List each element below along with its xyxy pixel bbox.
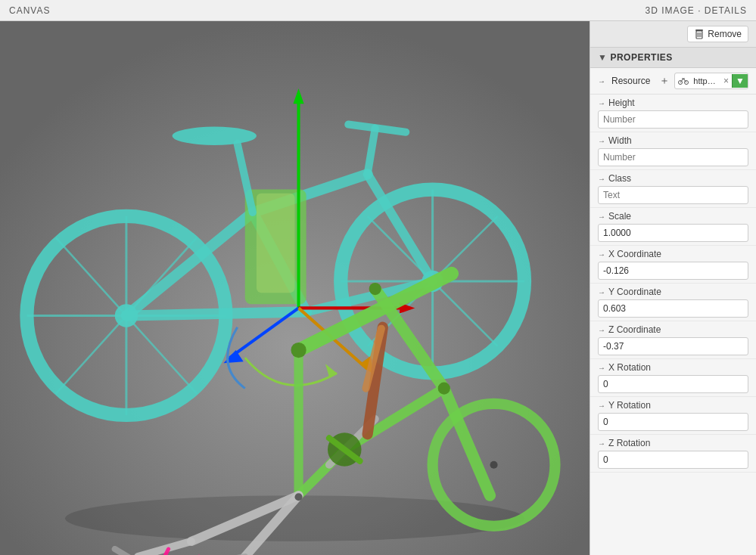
svg-line-36 [126,312,306,315]
prop-row-y-coordinate: →Y Coordinate [590,284,756,321]
main-content: https://www.cannondale.com/~/media/Image… [0,21,756,555]
prop-arrow-y-coordinate: → [598,288,605,296]
prop-row-x-coordinate: →X Coordinate [590,246,756,284]
prop-label-text-x-rotation: X Rotation [608,362,651,373]
svg-point-41 [173,127,257,145]
resource-arrow-icon: → [598,77,605,85]
prop-input-width[interactable] [598,148,748,166]
resource-url: https://www.cannondale... [692,75,720,87]
prop-label-x-coordinate: →X Coordinate [598,249,748,259]
prop-input-x-coordinate[interactable] [598,262,748,280]
prop-row-height: →Height [590,95,756,132]
prop-input-class[interactable] [598,186,748,204]
prop-label-z-rotation: →Z Rotation [598,438,748,448]
prop-row-x-rotation: →X Rotation [590,359,756,397]
prop-label-scale: →Scale [598,211,748,222]
prop-label-class: →Class [598,173,748,184]
resource-input-wrap: https://www.cannondale... × ▼ [674,73,748,89]
svg-rect-39 [257,194,295,293]
prop-row-scale: →Scale [590,208,756,246]
prop-arrow-class: → [598,175,605,183]
prop-arrow-x-rotation: → [598,364,605,372]
resource-label: Resource [611,76,650,86]
prop-label-text-x-coordinate: X Coordinate [608,249,661,259]
right-panel: Remove ▼ PROPERTIES → Resource ＋ [590,21,756,555]
prop-label-height: →Height [598,98,748,108]
prop-arrow-height: → [598,99,605,107]
prop-arrow-x-coordinate: → [598,250,605,259]
prop-label-y-rotation: →Y Rotation [598,400,748,411]
properties-arrow-icon: ▼ [598,52,607,63]
canvas-label: CANVAS [9,5,50,16]
prop-row-class: →Class [590,170,756,208]
svg-point-68 [369,283,381,295]
prop-arrow-scale: → [598,212,605,221]
resource-dropdown-button[interactable]: ▼ [732,74,748,88]
properties-fields: →Height→Width→Class→Scale→X Coordinate→Y… [590,95,756,473]
prop-label-text-scale: Scale [608,211,631,222]
prop-input-y-rotation[interactable] [598,413,748,431]
prop-label-z-coordinate: →Z Coordinate [598,324,748,335]
remove-label: Remove [708,29,742,39]
prop-label-text-class: Class [608,173,631,184]
prop-label-text-z-coordinate: Z Coordinate [608,324,661,335]
remove-button[interactable]: Remove [687,26,748,42]
top-bar: CANVAS 3D IMAGE · DETAILS [0,0,756,21]
details-label: 3D IMAGE · DETAILS [646,5,747,16]
panel-header: Remove [590,21,756,48]
prop-arrow-z-rotation: → [598,439,605,448]
bike-illustration [0,21,590,555]
prop-row-width: →Width [590,132,756,170]
prop-label-text-z-rotation: Z Rotation [608,438,650,448]
prop-label-y-coordinate: →Y Coordinate [598,287,748,297]
prop-label-text-width: Width [608,135,632,146]
prop-label-x-rotation: →X Rotation [598,362,748,373]
properties-label: PROPERTIES [610,52,672,63]
bike-icon [675,73,692,88]
prop-input-x-rotation[interactable] [598,375,748,393]
properties-section-header: ▼ PROPERTIES [590,48,756,68]
svg-point-67 [438,383,450,395]
prop-arrow-z-coordinate: → [598,326,605,334]
svg-point-76 [490,461,497,469]
resource-clear-button[interactable]: × [720,74,732,88]
resource-row: → Resource ＋ https://www.cannondale... ×… [590,68,756,95]
prop-input-z-coordinate[interactable] [598,337,748,355]
prop-arrow-y-rotation: → [598,402,605,410]
prop-label-text-y-rotation: Y Rotation [608,400,651,411]
remove-icon [694,29,705,39]
add-resource-button[interactable]: ＋ [659,74,670,88]
canvas-area: https://www.cannondale.com/~/media/Image… [0,21,590,555]
prop-input-y-coordinate[interactable] [598,299,748,318]
prop-label-text-y-coordinate: Y Coordinate [608,287,661,297]
prop-input-height[interactable] [598,110,748,129]
prop-row-y-rotation: →Y Rotation [590,397,756,435]
prop-input-z-rotation[interactable] [598,451,748,469]
prop-row-z-rotation: →Z Rotation [590,435,756,473]
svg-point-75 [295,493,303,501]
prop-arrow-width: → [598,137,605,145]
prop-label-text-height: Height [608,98,635,108]
prop-input-scale[interactable] [598,224,748,242]
prop-label-width: →Width [598,135,748,146]
svg-point-66 [291,343,306,358]
prop-row-z-coordinate: →Z Coordinate [590,321,756,359]
